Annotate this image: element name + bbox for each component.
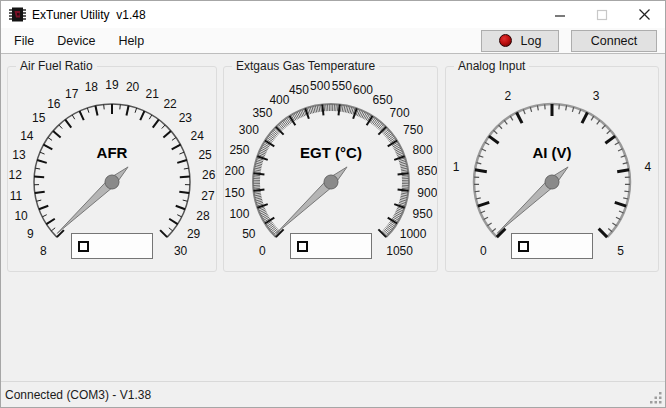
needle-hub	[545, 175, 559, 189]
scale-label: 700	[389, 106, 409, 120]
scale-label: 5	[617, 244, 624, 258]
scale-label: 100	[229, 207, 249, 221]
chip-icon	[9, 6, 26, 23]
scale-label: 3	[593, 89, 600, 103]
scale-label: 950	[412, 207, 432, 221]
status-text: Connected (COM3) - V1.38	[5, 388, 151, 402]
egt-gauge: 0501001502002503003504004505005506006507…	[224, 67, 437, 271]
scale-label: 30	[174, 244, 188, 258]
scale-label: 150	[225, 186, 245, 200]
status-bar: Connected (COM3) - V1.38	[1, 381, 665, 407]
needle-hub	[324, 175, 338, 189]
scale-label: 20	[126, 80, 140, 94]
close-icon	[638, 8, 651, 21]
scale-label: 9	[27, 227, 34, 241]
scale-label: 350	[252, 106, 272, 120]
scale-label: 26	[202, 168, 216, 182]
close-button[interactable]	[623, 1, 665, 28]
gauge-center-label: AI (V)	[532, 144, 571, 161]
analog-value-box[interactable]	[511, 233, 593, 259]
scale-label: 2	[505, 89, 512, 103]
scale-label: 10	[14, 209, 28, 223]
indicator-square-icon	[297, 241, 308, 252]
menu-bar: File Device Help Log Connect	[1, 28, 665, 54]
needle-hub	[105, 175, 119, 189]
gauge-center-label: EGT (°C)	[300, 144, 362, 161]
scale-label: 750	[403, 123, 423, 137]
maximize-icon	[596, 9, 608, 21]
gauge-group-analog-input: Analog Input 012345AI (V)	[445, 66, 659, 272]
gauge-arc	[253, 104, 409, 237]
scale-label: 27	[201, 189, 215, 203]
scale-label: 23	[179, 111, 193, 125]
gauge-arc	[474, 104, 630, 237]
scale-label: 18	[85, 80, 99, 94]
scale-label: 16	[47, 97, 61, 111]
scale-label: 550	[331, 79, 351, 93]
scale-label: 1	[453, 160, 460, 174]
scale-label: 600	[353, 83, 373, 97]
scale-label: 250	[229, 143, 249, 157]
afr-gauge: 8910111213141516171819202122232425262728…	[8, 67, 216, 271]
scale-label: 400	[269, 93, 289, 107]
scale-label: 200	[225, 164, 245, 178]
scale-label: 19	[105, 78, 119, 92]
gauge-arc	[34, 104, 190, 237]
scale-label: 15	[32, 111, 46, 125]
menu-help[interactable]: Help	[108, 30, 154, 52]
scale-label: 13	[12, 148, 26, 162]
scale-label: 1000	[399, 227, 426, 241]
minimize-icon	[554, 9, 566, 21]
menu-device[interactable]: Device	[47, 30, 105, 52]
egt-value-box[interactable]	[290, 233, 372, 259]
scale-label: 25	[198, 148, 212, 162]
window-title: ExTuner Utility v1.48	[32, 8, 146, 22]
scale-label: 450	[288, 83, 308, 97]
scale-label: 17	[65, 87, 79, 101]
record-led-icon	[499, 34, 512, 47]
scale-label: 800	[412, 143, 432, 157]
minimize-button[interactable]	[539, 1, 581, 28]
scale-label: 24	[190, 129, 204, 143]
scale-label: 1050	[386, 244, 413, 258]
scale-label: 50	[242, 227, 256, 241]
menu-file[interactable]: File	[4, 30, 44, 52]
log-button[interactable]: Log	[481, 30, 559, 52]
scale-label: 8	[40, 244, 47, 258]
scale-label: 500	[310, 79, 330, 93]
client-area: Air Fuel Ratio 8910111213141516171819202…	[1, 54, 665, 381]
scale-label: 14	[20, 129, 34, 143]
scale-label: 0	[259, 244, 266, 258]
scale-label: 21	[146, 87, 160, 101]
titlebar[interactable]: ExTuner Utility v1.48	[1, 1, 665, 28]
scale-label: 4	[644, 160, 651, 174]
scale-label: 300	[238, 123, 258, 137]
resize-grip-icon[interactable]	[649, 391, 663, 405]
log-button-label: Log	[521, 34, 542, 48]
afr-value-box[interactable]	[71, 233, 153, 259]
scale-label: 28	[196, 209, 210, 223]
gauge-center-label: AFR	[97, 144, 128, 161]
maximize-button[interactable]	[581, 1, 623, 28]
indicator-square-icon	[78, 241, 89, 252]
analog-input-gauge: 012345AI (V)	[446, 67, 658, 271]
scale-label: 11	[10, 189, 23, 203]
indicator-square-icon	[518, 241, 529, 252]
scale-label: 650	[372, 93, 392, 107]
scale-label: 0	[480, 244, 487, 258]
connect-button[interactable]: Connect	[571, 30, 657, 52]
scale-label: 900	[417, 186, 437, 200]
scale-label: 850	[417, 164, 437, 178]
app-window: ExTuner Utility v1.48 File Devi	[0, 0, 666, 408]
scale-label: 22	[163, 97, 177, 111]
gauge-group-exhaust-gas-temperature: Extgaus Gas Temperature 0501001502002503…	[223, 66, 438, 272]
scale-label: 29	[187, 227, 201, 241]
scale-label: 12	[9, 168, 23, 182]
gauge-group-air-fuel-ratio: Air Fuel Ratio 8910111213141516171819202…	[7, 66, 217, 272]
